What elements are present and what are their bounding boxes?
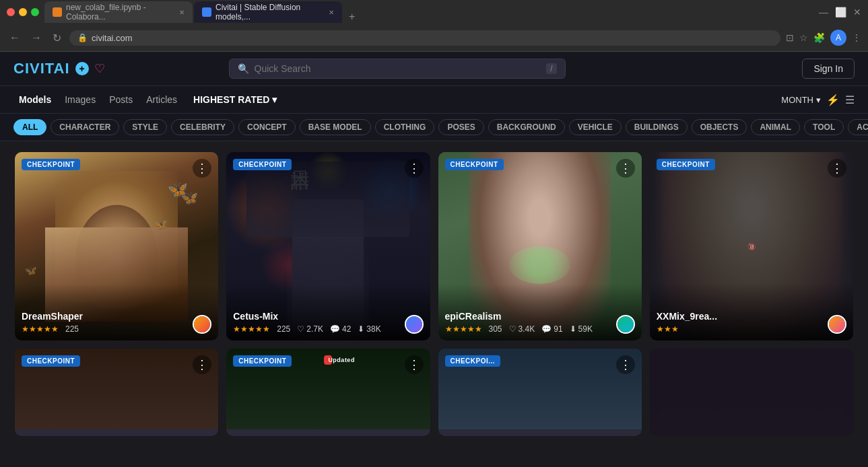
avatar-img-1 [194, 316, 210, 332]
card-6-menu[interactable]: ⋮ [405, 355, 424, 374]
card-2-stars: ★★★★★ [233, 324, 270, 334]
card-xxmix[interactable]: 🔞 CHECKPOINT ⋮ XXMix_9rea... ★★★ [650, 152, 853, 340]
card-3-menu[interactable]: ⋮ [616, 159, 635, 178]
refresh-button[interactable]: ↻ [50, 29, 64, 47]
close-window-btn[interactable] [7, 8, 15, 16]
search-bar[interactable]: 🔍 / [229, 59, 566, 79]
filter-button[interactable]: ⚡ [826, 94, 840, 106]
cards-grid: 🦋 🦋 🦋 CHECKPOINT ⋮ DreamShaper ★★★★★ 225 [0, 141, 868, 447]
nav-posts[interactable]: Posts [104, 92, 138, 108]
tag-base-model[interactable]: BASE MODEL [300, 119, 371, 135]
tag-all[interactable]: ALL [13, 119, 46, 135]
card-3-badge: CHECKPOINT [445, 159, 504, 170]
card-1-title: DreamShaper [22, 311, 211, 322]
browser-chrome: new_colab_file.ipynb - Colabora... ✕ Civ… [0, 0, 868, 52]
card-2-avatar [405, 315, 424, 334]
close-tab-jupyter[interactable]: ✕ [179, 9, 185, 16]
card-3-title: epiCRealism [445, 311, 635, 322]
tag-action[interactable]: ACTION [848, 119, 868, 135]
minimize-window-btn[interactable] [19, 8, 27, 16]
tag-vehicle[interactable]: VEHICLE [569, 119, 622, 135]
card-1-stats: ★★★★★ 225 [22, 324, 211, 334]
card-partial-4[interactable] [650, 349, 853, 436]
period-button[interactable]: MONTH ▾ [781, 95, 821, 105]
card-3-likes: ♡ 3.4K [509, 324, 535, 334]
tag-style[interactable]: STYLE [123, 119, 167, 135]
card-4-stats: ★★★ [657, 324, 846, 334]
card-4-overlay: XXMix_9rea... ★★★ [650, 284, 853, 340]
card-7-menu[interactable]: ⋮ [616, 355, 635, 374]
card-partial-2[interactable]: CHECKPOINT Updated ⋮ [226, 349, 430, 436]
address-bar[interactable]: 🔒 civitai.com [69, 30, 780, 46]
card-3-stats: ★★★★★ 305 ♡ 3.4K 💬 91 ⬇ 59K [445, 324, 635, 334]
tag-background[interactable]: BACKGROUND [488, 119, 565, 135]
card-epicrealism[interactable]: CHECKPOINT ⋮ epiCRealism ★★★★★ 305 ♡ 3.4… [438, 152, 642, 340]
tag-poses[interactable]: POSES [438, 119, 483, 135]
search-icon: 🔍 [238, 63, 249, 74]
card-cetus-mix[interactable]: 日本語 CHECKPOINT ⋮ Cetus-Mix ★★★★★ 225 ♡ 2… [226, 152, 430, 340]
card-7-badge: CHECKPOI... [445, 355, 501, 367]
browser-navbar: ← → ↻ 🔒 civitai.com ⊡ ☆ 🧩 A ⋮ [0, 24, 868, 51]
back-button[interactable]: ← [7, 29, 23, 46]
tag-concept[interactable]: CONCEPT [238, 119, 296, 135]
card-1-badge: CHECKPOINT [22, 159, 80, 170]
card-4-stars: ★★★ [657, 324, 679, 334]
sign-in-button[interactable]: Sign In [802, 59, 855, 79]
forward-button[interactable]: → [28, 29, 44, 46]
restore-btn[interactable]: ⬜ [835, 7, 846, 17]
card-3-overlay: epiCRealism ★★★★★ 305 ♡ 3.4K 💬 91 ⬇ 59K [438, 284, 642, 340]
card-6-badge: CHECKPOINT [233, 355, 292, 367]
maximize-window-btn[interactable] [31, 8, 39, 16]
tag-clothing[interactable]: CLOTHING [375, 119, 435, 135]
menu-button[interactable]: ⋮ [852, 32, 861, 43]
card-dreamshaper[interactable]: 🦋 🦋 🦋 CHECKPOINT ⋮ DreamShaper ★★★★★ 225 [15, 152, 218, 340]
close-btn[interactable]: ✕ [853, 7, 861, 17]
card-6-updated-badge: Updated [324, 355, 332, 365]
logo[interactable]: CIVITAI + ♡ [13, 60, 105, 77]
card-4-menu[interactable]: ⋮ [828, 159, 846, 178]
tab-jupyter[interactable]: new_colab_file.ipynb - Colabora... ✕ [44, 1, 193, 23]
civitai-tab-icon [202, 7, 211, 17]
extensions-button[interactable]: 🧩 [813, 32, 825, 43]
card-4-title: XXMix_9rea... [657, 311, 846, 322]
cast-button[interactable]: ⊡ [786, 32, 794, 43]
nav-right: MONTH ▾ ⚡ ☰ [781, 94, 855, 106]
nav-articles[interactable]: Articles [141, 92, 182, 108]
card-2-rating-count: 225 [277, 324, 290, 334]
card-2-menu[interactable]: ⋮ [405, 159, 424, 178]
new-tab-button[interactable]: + [343, 11, 360, 23]
bookmark-button[interactable]: ☆ [799, 32, 808, 43]
card-partial-1[interactable]: CHECKPOINT ⋮ [15, 349, 218, 436]
tag-objects[interactable]: OBJECTS [692, 119, 747, 135]
card-partial-3[interactable]: CHECKPOI... ⋮ [438, 349, 642, 436]
logo-heart-icon: ♡ [94, 61, 105, 76]
nav-images[interactable]: Images [59, 92, 101, 108]
tag-buildings[interactable]: BUILDINGS [626, 119, 688, 135]
tag-tool[interactable]: TOOL [804, 119, 844, 135]
card-2-title: Cetus-Mix [233, 311, 423, 322]
tag-celebrity[interactable]: CELEBRITY [171, 119, 234, 135]
card-1-stars: ★★★★★ [22, 324, 59, 334]
tag-animal[interactable]: ANIMAL [751, 119, 800, 135]
card-1-rating-count: 225 [65, 324, 79, 334]
period-label: MONTH [781, 95, 813, 105]
card-2-downloads: ⬇ 38K [358, 324, 380, 334]
card-3-avatar [616, 315, 635, 334]
close-tab-civitai[interactable]: ✕ [329, 9, 334, 16]
tab-civitai[interactable]: Civitai | Stable Diffusion models,... ✕ [194, 1, 342, 23]
filter-tags: ALL CHARACTER STYLE CELEBRITY CONCEPT BA… [0, 114, 868, 141]
layout-button[interactable]: ☰ [845, 94, 855, 106]
profile-button[interactable]: A [830, 30, 846, 46]
minimize-btn[interactable]: — [819, 7, 828, 17]
card-3-stars: ★★★★★ [445, 324, 482, 334]
nav-models[interactable]: Models [13, 92, 57, 108]
sort-button[interactable]: HIGHEST RATED ▾ [193, 94, 277, 105]
card-2-stats: ★★★★★ 225 ♡ 2.7K 💬 42 ⬇ 38K [233, 324, 423, 334]
nav-links: Models Images Posts Articles [13, 92, 182, 108]
search-input[interactable] [255, 63, 541, 74]
card-3-comments: 💬 91 [541, 324, 562, 334]
tab-jupyter-label: new_colab_file.ipynb - Colabora... [66, 3, 175, 22]
sort-chevron-icon: ▾ [272, 94, 277, 105]
browser-tabs: new_colab_file.ipynb - Colabora... ✕ Civ… [44, 1, 808, 23]
tag-character[interactable]: CHARACTER [51, 119, 119, 135]
